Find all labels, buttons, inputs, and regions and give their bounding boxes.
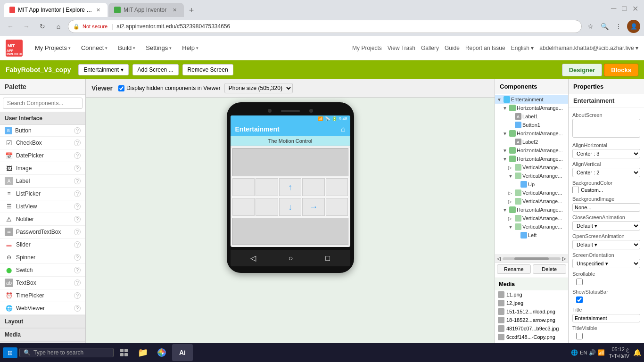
taskbar-task-view[interactable] (116, 344, 132, 361)
nav-connect[interactable]: Connect ▾ (76, 41, 112, 54)
palette-listpicker-item[interactable]: ≡ ListPicker ? (0, 188, 85, 200)
comp-tree-scrollbar[interactable]: ◁ ▷ (495, 255, 568, 263)
media-item-4[interactable]: 481970c07...b9ec3.jpg (495, 324, 568, 333)
comp-horiz4-toggle[interactable]: ▼ (503, 156, 508, 162)
nav-settings[interactable]: Settings ▾ (141, 41, 176, 54)
comp-horiz4-row[interactable]: ▼ HorizontalArrange... (501, 155, 568, 163)
display-hidden-checkbox[interactable] (118, 85, 124, 91)
image-help-icon[interactable]: ? (74, 165, 81, 172)
palette-webviewer-item[interactable]: 🌐 WebViewer ? (0, 302, 85, 315)
comp-vert6-toggle[interactable]: ▼ (508, 224, 514, 230)
comp-horiz2-toggle[interactable]: ▼ (503, 131, 508, 136)
comp-entertainment-toggle[interactable]: ▼ (497, 97, 503, 102)
header-my-projects-link[interactable]: My Projects (352, 45, 382, 51)
tab-1-close[interactable]: ✕ (95, 6, 102, 14)
phone-recents-nav[interactable]: □ (325, 254, 330, 263)
tab-2-close[interactable]: ✕ (171, 6, 178, 14)
comp-horiz5-row[interactable]: ▼ HorizontalArrange... (501, 206, 568, 214)
back-button[interactable]: ← (4, 20, 17, 33)
comp-label1-row[interactable]: A Label1 (506, 112, 568, 121)
bookmark-star-icon[interactable]: ☆ (585, 21, 596, 32)
scroll-track[interactable] (503, 257, 561, 260)
media-item-2[interactable]: 151-1512...nload.png (495, 307, 568, 316)
title-input[interactable] (572, 314, 640, 322)
settings-dots-icon[interactable]: ⋮ (613, 21, 624, 32)
component-tree-scroll[interactable]: ▼ Entertainment ▼ HorizontalArrange... A (495, 94, 568, 255)
lang-indicator[interactable]: EN (580, 350, 587, 355)
tab-2[interactable]: MIT App Inventor ✕ (108, 3, 184, 17)
webviewer-help-icon[interactable]: ? (74, 305, 81, 312)
screen-selector-button[interactable]: Entertainment ▾ (78, 64, 128, 75)
media-item-0[interactable]: 11.png (495, 290, 568, 299)
volume-icon[interactable]: 🔊 (589, 349, 596, 356)
comp-vert5-row[interactable]: ▷ VerticalArrange... (506, 214, 568, 222)
palette-spinner-item[interactable]: ⊙ Spinner ? (0, 251, 85, 264)
notifications-icon[interactable]: 🔔 (633, 349, 641, 356)
close-anim-select[interactable]: Default ▾ (572, 221, 640, 230)
search-components-input[interactable] (3, 98, 83, 109)
nav-my-projects[interactable]: My Projects ▾ (30, 41, 75, 54)
header-guide-link[interactable]: Guide (445, 45, 460, 51)
remove-screen-button[interactable]: Remove Screen (182, 64, 233, 75)
passwordtextbox-help-icon[interactable]: ? (74, 229, 81, 235)
align-horizontal-select[interactable]: Center : 3 (572, 149, 640, 158)
timepicker-help-icon[interactable]: ? (74, 292, 81, 299)
phone-back-nav[interactable]: ◁ (250, 254, 256, 263)
comp-label2-row[interactable]: A Label2 (506, 138, 568, 146)
comp-button1-row[interactable]: Button1 (506, 121, 568, 129)
switch-help-icon[interactable]: ? (74, 267, 81, 273)
button-help-icon[interactable]: ? (74, 127, 81, 134)
minimize-button[interactable]: ─ (609, 2, 618, 15)
palette-timepicker-item[interactable]: ⏰ TimePicker ? (0, 289, 85, 302)
scroll-right-icon[interactable]: ▷ (562, 256, 566, 261)
spinner-help-icon[interactable]: ? (74, 254, 81, 261)
close-window-button[interactable]: ✕ (630, 2, 640, 15)
user-interface-category[interactable]: User Interface (0, 112, 85, 125)
taskbar-file-explorer[interactable]: 📁 (134, 344, 151, 361)
title-visible-checkbox[interactable] (576, 333, 583, 339)
about-screen-input[interactable] (572, 119, 640, 138)
comp-entertainment-row[interactable]: ▼ Entertainment (495, 95, 568, 104)
profile-avatar[interactable]: 👤 (627, 20, 640, 33)
blocks-mode-button[interactable]: Blocks (604, 64, 638, 76)
dir-cell-down[interactable] (279, 198, 302, 216)
add-screen-button[interactable]: Add Screen ... (132, 64, 179, 75)
palette-image-item[interactable]: 🖼 Image ? (0, 162, 85, 175)
comp-horiz5-toggle[interactable]: ▼ (503, 207, 508, 213)
palette-notifier-item[interactable]: ⚠ Notifier ? (0, 213, 85, 226)
palette-checkbox-item[interactable]: ☑ CheckBox ? (0, 137, 85, 149)
bg-image-input[interactable] (572, 203, 640, 212)
scroll-left-icon[interactable]: ◁ (497, 256, 501, 261)
maximize-button[interactable]: □ (620, 2, 628, 15)
datepicker-help-icon[interactable]: ? (74, 152, 81, 159)
open-anim-select[interactable]: Default ▾ (572, 240, 640, 249)
palette-passwordtextbox-item[interactable]: •• PasswordTextBox ? (0, 226, 85, 239)
align-vertical-select[interactable]: Center : 2 (572, 168, 640, 177)
listview-help-icon[interactable]: ? (74, 203, 81, 210)
start-button[interactable]: ⊞ (3, 347, 17, 358)
network-icon[interactable]: 🌐 (571, 349, 578, 356)
phone-size-select[interactable]: Phone size (505,320) (224, 83, 293, 93)
header-language-link[interactable]: English ▾ (511, 45, 534, 51)
screen-orient-select[interactable]: Unspecified ▾ (572, 259, 640, 268)
comp-vert6-row[interactable]: ▼ VerticalArrange... (506, 222, 568, 231)
slider-help-icon[interactable]: ? (74, 241, 81, 248)
comp-horiz1-row[interactable]: ▼ HorizontalArrange... (501, 104, 568, 112)
taskbar-clock[interactable]: 05:12 ع T•T•/٥/IV (609, 346, 629, 360)
taskbar-chrome-icon[interactable] (153, 344, 170, 361)
palette-switch-item[interactable]: ⬤ Switch ? (0, 264, 85, 277)
label-help-icon[interactable]: ? (74, 178, 81, 184)
search-icon[interactable]: 🔍 (599, 21, 610, 32)
delete-button[interactable]: Delete (533, 264, 567, 274)
textbox-help-icon[interactable]: ? (74, 280, 81, 286)
show-status-checkbox[interactable] (576, 296, 583, 303)
scrollable-checkbox[interactable] (576, 279, 583, 285)
header-gallery-link[interactable]: Gallery (421, 45, 439, 51)
rename-button[interactable]: Rename (497, 264, 531, 274)
comp-horiz1-toggle[interactable]: ▼ (503, 106, 508, 111)
media-item-5[interactable]: 6ccdf148...-Copy.png (495, 333, 568, 341)
comp-left-row[interactable]: Left (512, 231, 568, 239)
comp-horiz3-row[interactable]: ▼ HorizontalArrange... (501, 146, 568, 155)
forward-button[interactable]: → (20, 20, 33, 33)
address-bar[interactable]: 🔒 Not secure | ai2.appinventor.mit.edu/#… (68, 20, 582, 33)
